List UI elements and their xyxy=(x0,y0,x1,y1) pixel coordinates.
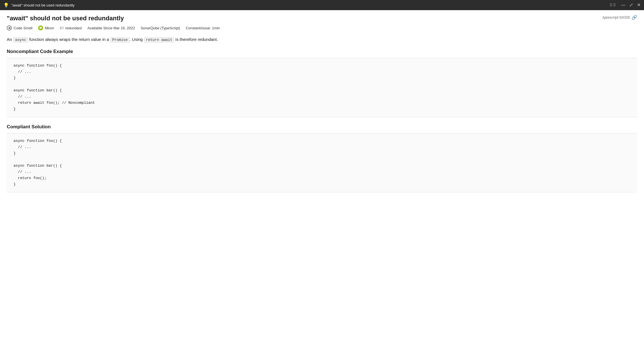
return-await-code: return await xyxy=(144,37,174,43)
maximize-button[interactable]: ⤢ xyxy=(629,3,633,7)
effort-item: Constant/issue: 1min xyxy=(186,26,220,30)
link-icon[interactable]: 🔗 xyxy=(632,15,637,20)
description-paragraph: An async function always wraps the retur… xyxy=(7,36,637,43)
effort-label: Constant/issue: 1min xyxy=(186,26,220,30)
noncompliant-section-title: Noncompliant Code Example xyxy=(7,49,637,54)
code-smell-icon: ⊗ xyxy=(7,25,12,30)
meta-row: ⊗ Code Smell Minor 🏷 redundant Available… xyxy=(7,25,637,30)
window-controls: — ⤢ ✕ xyxy=(621,3,641,7)
async-code: async xyxy=(13,37,28,43)
main-content: "await" should not be used redundantly t… xyxy=(0,10,644,204)
desc-text-middle2: . Using xyxy=(130,37,144,42)
rule-key-text: typescript:S4326 xyxy=(603,15,630,19)
desc-text-before-async: An xyxy=(7,37,13,42)
compliant-section: Compliant Solution async function foo() … xyxy=(7,124,637,193)
noncompliant-code-block: async function foo() { // ... } async fu… xyxy=(7,58,637,117)
engine-item: SonarQube (TypeScript) xyxy=(141,26,180,30)
close-button[interactable]: ✕ xyxy=(637,3,641,7)
title-row: "await" should not be used redundantly t… xyxy=(7,15,637,22)
severity-label: Minor xyxy=(45,26,54,30)
category-label: Code Smell xyxy=(14,26,32,30)
tag-icon: 🏷 xyxy=(60,26,64,30)
compliant-section-title: Compliant Solution xyxy=(7,124,637,130)
drag-handle-icon: ⠿⠿ xyxy=(610,3,616,7)
available-since-label: Available Since Mar 16, 2022 xyxy=(87,26,135,30)
severity-item: Minor xyxy=(38,25,54,30)
minor-severity-icon xyxy=(38,25,43,30)
title-bar: 💡 "await" should not be used redundantly… xyxy=(0,0,644,10)
title-bar-right: ⠿⠿ — ⤢ ✕ xyxy=(610,3,641,7)
desc-text-middle1: function always wraps the return value i… xyxy=(28,37,110,42)
title-bar-title: "await" should not be used redundantly xyxy=(11,3,75,7)
category-item: ⊗ Code Smell xyxy=(7,25,32,30)
promise-code: Promise xyxy=(110,37,130,43)
compliant-code-block: async function foo() { // ... } async fu… xyxy=(7,133,637,193)
available-since-item: Available Since Mar 16, 2022 xyxy=(87,26,135,30)
tag-label: redundant xyxy=(65,26,82,30)
rule-key: typescript:S4326 🔗 xyxy=(603,15,637,20)
lightbulb-icon: 💡 xyxy=(3,3,9,8)
title-bar-left: 💡 "await" should not be used redundantly xyxy=(3,3,75,8)
page-title: "await" should not be used redundantly xyxy=(7,15,124,22)
tag-item: 🏷 redundant xyxy=(60,26,82,30)
minimize-button[interactable]: — xyxy=(621,3,625,7)
engine-label: SonarQube (TypeScript) xyxy=(141,26,180,30)
desc-text-end: is therefore redundant. xyxy=(174,37,218,42)
